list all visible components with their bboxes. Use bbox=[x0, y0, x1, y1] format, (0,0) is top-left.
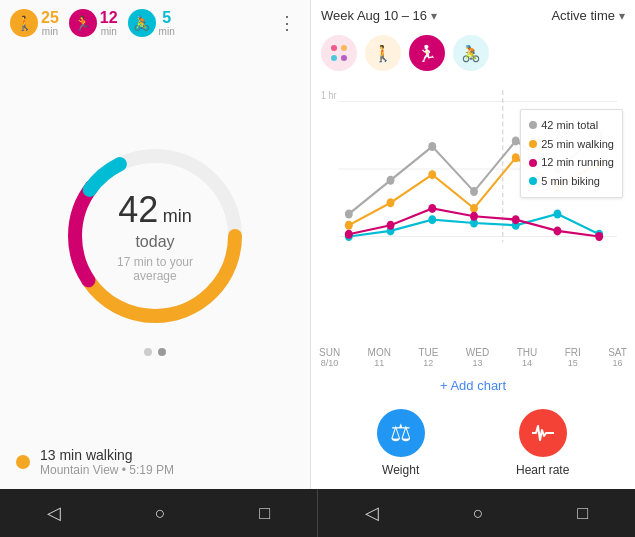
back-button-2[interactable]: ◁ bbox=[349, 494, 395, 532]
svg-point-6 bbox=[331, 55, 337, 61]
svg-point-7 bbox=[341, 55, 347, 61]
svg-point-15 bbox=[428, 142, 436, 151]
svg-point-40 bbox=[595, 232, 603, 241]
heart-rate-icon bbox=[519, 409, 567, 457]
x-label: THU14 bbox=[517, 347, 538, 368]
x-label: SUN8/10 bbox=[319, 347, 340, 368]
walking-icon[interactable]: 🚶 bbox=[365, 35, 401, 71]
chart-tooltip: 42 min total 25 min walking 12 min runni… bbox=[520, 109, 623, 198]
x-label: FRI15 bbox=[565, 347, 581, 368]
svg-point-21 bbox=[387, 198, 395, 207]
ring-today: today bbox=[105, 233, 205, 251]
right-header: Week Aug 10 – 16 ▾ Active time ▾ bbox=[311, 0, 635, 31]
add-chart-button[interactable]: + Add chart bbox=[311, 370, 635, 401]
ring-avg: 17 min to your average bbox=[105, 255, 205, 283]
x-label: SAT16 bbox=[608, 347, 627, 368]
weight-icon: ⚖ bbox=[377, 409, 425, 457]
svg-point-35 bbox=[387, 221, 395, 230]
ring-container: 42 min today 17 min to your average bbox=[0, 46, 310, 435]
left-header: 🚶 25 min 🏃 12 min 🚴 5 min ⋮ bbox=[0, 0, 310, 46]
svg-point-23 bbox=[470, 204, 478, 213]
week-dropdown-icon: ▾ bbox=[431, 9, 437, 23]
home-button[interactable]: ○ bbox=[139, 495, 182, 532]
activity-title: 13 min walking bbox=[40, 447, 174, 463]
all-activities-icon[interactable] bbox=[321, 35, 357, 71]
svg-point-37 bbox=[470, 212, 478, 221]
svg-point-34 bbox=[345, 230, 353, 239]
dot-2 bbox=[158, 348, 166, 356]
x-label: TUE12 bbox=[418, 347, 438, 368]
activity-chip[interactable]: 🚴 5 min bbox=[128, 9, 175, 37]
activity-subtitle: Mountain View • 5:19 PM bbox=[40, 463, 174, 477]
chart-x-labels: SUN8/10MON11TUE12WED13THU14FRI15SAT16 bbox=[311, 345, 635, 370]
week-selector[interactable]: Week Aug 10 – 16 ▾ bbox=[321, 8, 437, 23]
recent-button-2[interactable]: □ bbox=[561, 495, 604, 532]
biking-icon[interactable]: 🚴 bbox=[453, 35, 489, 71]
chart-area: 1 hr bbox=[311, 79, 635, 345]
svg-point-36 bbox=[428, 204, 436, 213]
metric-dropdown-icon: ▾ bbox=[619, 9, 625, 23]
x-label: MON11 bbox=[368, 347, 391, 368]
heart-rate-chart-card[interactable]: Heart rate bbox=[516, 409, 569, 477]
heart-rate-label: Heart rate bbox=[516, 463, 569, 477]
home-button-2[interactable]: ○ bbox=[457, 495, 500, 532]
svg-point-29 bbox=[428, 215, 436, 224]
dot-1 bbox=[144, 348, 152, 356]
ring-unit: min bbox=[163, 206, 192, 226]
metric-selector[interactable]: Active time ▾ bbox=[551, 8, 625, 23]
back-button[interactable]: ◁ bbox=[31, 494, 77, 532]
weight-label: Weight bbox=[382, 463, 419, 477]
running-icon[interactable]: 🏃 bbox=[409, 35, 445, 71]
activity-icons-row: 🚶 🏃 🚴 bbox=[311, 31, 635, 79]
svg-point-5 bbox=[341, 45, 347, 51]
recent-button[interactable]: □ bbox=[243, 495, 286, 532]
left-nav: ◁ ○ □ bbox=[0, 489, 317, 537]
metric-label: Active time bbox=[551, 8, 615, 23]
svg-point-4 bbox=[331, 45, 337, 51]
svg-point-24 bbox=[512, 153, 520, 162]
week-label: Week Aug 10 – 16 bbox=[321, 8, 427, 23]
bottom-nav: ◁ ○ □ ◁ ○ □ bbox=[0, 489, 635, 537]
right-panel: Week Aug 10 – 16 ▾ Active time ▾ bbox=[310, 0, 635, 489]
ring-chart: 42 min today 17 min to your average bbox=[55, 136, 255, 336]
svg-point-16 bbox=[470, 187, 478, 196]
activity-chip[interactable]: 🏃 12 min bbox=[69, 9, 118, 37]
svg-point-20 bbox=[345, 221, 353, 230]
svg-text:1 hr: 1 hr bbox=[321, 90, 337, 102]
svg-point-38 bbox=[512, 215, 520, 224]
activity-indicator bbox=[16, 455, 30, 469]
svg-point-22 bbox=[428, 170, 436, 179]
left-panel: 🚶 25 min 🏃 12 min 🚴 5 min ⋮ bbox=[0, 0, 310, 489]
ring-center: 42 min today 17 min to your average bbox=[105, 189, 205, 283]
svg-point-39 bbox=[553, 226, 561, 235]
svg-point-17 bbox=[512, 136, 520, 145]
extra-charts: ⚖ Weight Heart rate bbox=[311, 401, 635, 489]
page-dots bbox=[144, 348, 166, 356]
svg-point-14 bbox=[387, 176, 395, 185]
right-nav: ◁ ○ □ bbox=[318, 489, 635, 537]
svg-point-13 bbox=[345, 210, 353, 219]
activity-chip[interactable]: 🚶 25 min bbox=[10, 9, 59, 37]
x-label: WED13 bbox=[466, 347, 489, 368]
activity-entry[interactable]: 13 min walking Mountain View • 5:19 PM bbox=[0, 435, 310, 489]
more-button[interactable]: ⋮ bbox=[274, 8, 300, 38]
svg-point-32 bbox=[553, 210, 561, 219]
ring-minutes: 42 bbox=[118, 189, 158, 230]
weight-chart-card[interactable]: ⚖ Weight bbox=[377, 409, 425, 477]
